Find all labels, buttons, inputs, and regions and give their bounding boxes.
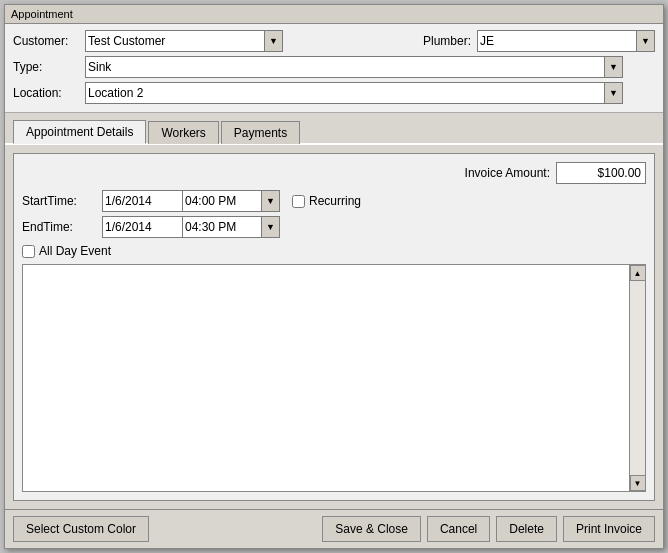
scrollbar-up-arrow[interactable]: ▲ bbox=[630, 265, 646, 281]
scrollbar-track[interactable] bbox=[630, 281, 645, 475]
plumber-section: Plumber: ▼ bbox=[423, 30, 655, 52]
print-invoice-button[interactable]: Print Invoice bbox=[563, 516, 655, 542]
plumber-input[interactable] bbox=[477, 30, 637, 52]
end-time-input[interactable] bbox=[182, 216, 262, 238]
start-time-row: StartTime: ▼ Recurring bbox=[22, 190, 646, 212]
all-day-label: All Day Event bbox=[39, 244, 111, 258]
start-time-input[interactable] bbox=[182, 190, 262, 212]
tab-appointment-details[interactable]: Appointment Details bbox=[13, 120, 146, 144]
appointment-window: Appointment Customer: ▼ Plumber: ▼ Type:… bbox=[4, 4, 664, 549]
type-label: Type: bbox=[13, 60, 85, 74]
end-time-dropdown-btn[interactable]: ▼ bbox=[262, 216, 280, 238]
end-date-input[interactable] bbox=[102, 216, 182, 238]
footer: Select Custom Color Save & Close Cancel … bbox=[5, 509, 663, 548]
save-close-button[interactable]: Save & Close bbox=[322, 516, 421, 542]
notes-scrollbar[interactable]: ▲ ▼ bbox=[629, 265, 645, 491]
plumber-label: Plumber: bbox=[423, 34, 471, 48]
tab-content-appointment-details: Invoice Amount: StartTime: ▼ Recurring bbox=[13, 153, 655, 501]
notes-textarea[interactable] bbox=[23, 265, 629, 491]
plumber-dropdown-btn[interactable]: ▼ bbox=[637, 30, 655, 52]
end-time-label: EndTime: bbox=[22, 220, 102, 234]
customer-label: Customer: bbox=[13, 34, 85, 48]
content-area: Invoice Amount: StartTime: ▼ Recurring bbox=[5, 145, 663, 509]
recurring-checkbox[interactable] bbox=[292, 195, 305, 208]
time-rows: StartTime: ▼ Recurring EndTime: ▼ bbox=[22, 190, 646, 238]
tabs-bar: Appointment Details Workers Payments bbox=[5, 113, 663, 145]
type-dropdown-btn[interactable]: ▼ bbox=[605, 56, 623, 78]
end-time-row: EndTime: ▼ bbox=[22, 216, 646, 238]
type-input-wrap: ▼ bbox=[85, 56, 655, 78]
start-time-dropdown-btn[interactable]: ▼ bbox=[262, 190, 280, 212]
location-input-wrap: ▼ bbox=[85, 82, 655, 104]
start-time-label: StartTime: bbox=[22, 194, 102, 208]
form-area: Customer: ▼ Plumber: ▼ Type: ▼ Location: bbox=[5, 24, 663, 113]
start-date-input[interactable] bbox=[102, 190, 182, 212]
all-day-row: All Day Event bbox=[22, 244, 646, 258]
delete-button[interactable]: Delete bbox=[496, 516, 557, 542]
customer-row: Customer: ▼ Plumber: ▼ bbox=[13, 30, 655, 52]
notes-area: ▲ ▼ bbox=[22, 264, 646, 492]
customer-dropdown-btn[interactable]: ▼ bbox=[265, 30, 283, 52]
location-row: Location: ▼ bbox=[13, 82, 655, 104]
recurring-section: Recurring bbox=[292, 194, 361, 208]
type-row: Type: ▼ bbox=[13, 56, 655, 78]
cancel-button[interactable]: Cancel bbox=[427, 516, 490, 542]
recurring-label: Recurring bbox=[309, 194, 361, 208]
type-input[interactable] bbox=[85, 56, 605, 78]
location-input[interactable] bbox=[85, 82, 605, 104]
tab-payments[interactable]: Payments bbox=[221, 121, 300, 144]
tab-workers[interactable]: Workers bbox=[148, 121, 218, 144]
customer-input[interactable] bbox=[85, 30, 265, 52]
window-title: Appointment bbox=[5, 5, 663, 24]
scrollbar-down-arrow[interactable]: ▼ bbox=[630, 475, 646, 491]
all-day-checkbox[interactable] bbox=[22, 245, 35, 258]
invoice-row: Invoice Amount: bbox=[22, 162, 646, 184]
select-color-button[interactable]: Select Custom Color bbox=[13, 516, 149, 542]
invoice-label: Invoice Amount: bbox=[465, 166, 550, 180]
invoice-input[interactable] bbox=[556, 162, 646, 184]
location-dropdown-btn[interactable]: ▼ bbox=[605, 82, 623, 104]
customer-input-wrap: ▼ bbox=[85, 30, 407, 52]
location-label: Location: bbox=[13, 86, 85, 100]
